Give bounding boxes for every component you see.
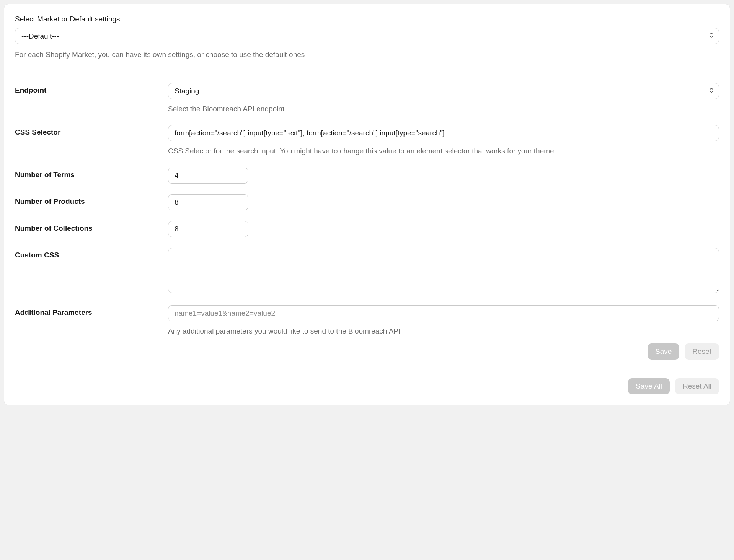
- num-products-label: Number of Products: [15, 197, 168, 206]
- divider: [15, 72, 719, 72]
- endpoint-help: Select the Bloomreach API endpoint: [168, 104, 719, 115]
- css-selector-label: CSS Selector: [15, 128, 168, 137]
- market-section: Select Market or Default settings ---Def…: [15, 15, 719, 60]
- num-collections-row: Number of Collections: [15, 221, 719, 237]
- css-selector-input[interactable]: [168, 125, 719, 141]
- market-label: Select Market or Default settings: [15, 15, 719, 23]
- additional-params-label: Additional Parameters: [15, 308, 168, 317]
- additional-params-input[interactable]: [168, 305, 719, 321]
- custom-css-input[interactable]: [168, 248, 719, 293]
- css-selector-help: CSS Selector for the search input. You m…: [168, 146, 719, 157]
- additional-params-help: Any additional parameters you would like…: [168, 326, 719, 337]
- num-products-row: Number of Products: [15, 194, 719, 210]
- save-all-button[interactable]: Save All: [628, 378, 670, 394]
- endpoint-select[interactable]: Staging: [168, 83, 719, 99]
- additional-params-row: Additional Parameters Any additional par…: [15, 305, 719, 337]
- num-products-input[interactable]: [168, 194, 248, 210]
- endpoint-row: Endpoint Staging Select the Bloomreach A…: [15, 83, 719, 115]
- settings-card: Select Market or Default settings ---Def…: [4, 4, 730, 405]
- reset-button[interactable]: Reset: [685, 343, 719, 360]
- footer-divider: [15, 370, 719, 370]
- num-terms-label: Number of Terms: [15, 171, 168, 179]
- num-terms-input[interactable]: [168, 168, 248, 184]
- market-help-text: For each Shopify Market, you can have it…: [15, 49, 719, 60]
- num-terms-row: Number of Terms: [15, 168, 719, 184]
- save-button[interactable]: Save: [648, 343, 679, 360]
- market-select-wrapper: ---Default---: [15, 28, 719, 44]
- footer-button-row: Save All Reset All: [15, 378, 719, 394]
- num-collections-label: Number of Collections: [15, 224, 168, 233]
- section-button-row: Save Reset: [15, 343, 719, 360]
- market-select[interactable]: ---Default---: [15, 28, 719, 44]
- num-collections-input[interactable]: [168, 221, 248, 237]
- endpoint-select-wrapper: Staging: [168, 83, 719, 99]
- custom-css-label: Custom CSS: [15, 251, 168, 259]
- endpoint-label: Endpoint: [15, 86, 168, 94]
- css-selector-row: CSS Selector CSS Selector for the search…: [15, 125, 719, 157]
- reset-all-button[interactable]: Reset All: [675, 378, 719, 394]
- custom-css-row: Custom CSS: [15, 248, 719, 295]
